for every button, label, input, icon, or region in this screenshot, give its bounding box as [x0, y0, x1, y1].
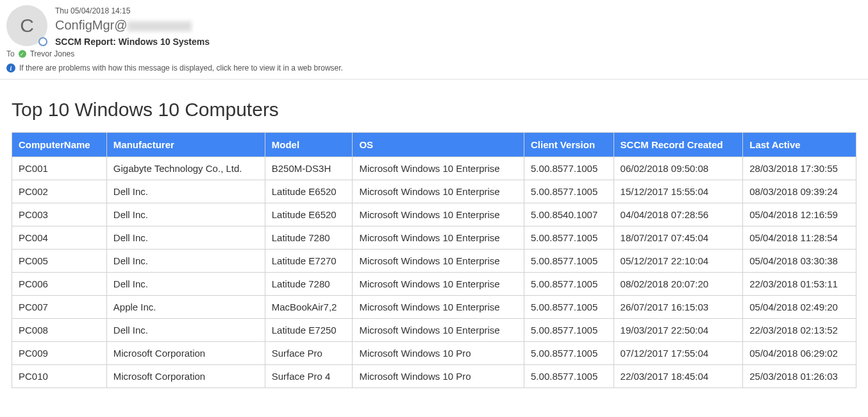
col-model: Model: [265, 133, 353, 157]
table-cell: 5.00.8577.1005: [524, 180, 614, 203]
table-cell: 5.00.8577.1005: [524, 226, 614, 250]
table-row: PC003Dell Inc.Latitude E6520Microsoft Wi…: [12, 203, 856, 226]
table-cell: 5.00.8577.1005: [524, 319, 614, 342]
col-recordcreated: SCCM Record Created: [613, 133, 743, 157]
table-cell: Latitude E7270: [265, 250, 353, 273]
table-cell: Apple Inc.: [106, 296, 265, 319]
table-row: PC001Gigabyte Technology Co., Ltd.B250M-…: [12, 157, 856, 180]
table-cell: 5.00.8577.1005: [524, 273, 614, 296]
table-cell: Gigabyte Technology Co., Ltd.: [106, 157, 265, 180]
table-cell: 5.00.8577.1005: [524, 296, 614, 319]
table-cell: 5.00.8540.1007: [524, 203, 614, 226]
table-cell: Dell Inc.: [106, 250, 265, 273]
table-cell: Microsoft Windows 10 Enterprise: [353, 273, 524, 296]
email-to-label: To: [6, 49, 15, 58]
table-cell: Microsoft Windows 10 Enterprise: [353, 250, 524, 273]
table-cell: 22/03/2018 01:53:11: [743, 273, 856, 296]
table-cell: Microsoft Windows 10 Enterprise: [353, 157, 524, 180]
table-cell: Microsoft Corporation: [106, 342, 265, 365]
table-cell: 22/03/2017 18:45:04: [613, 365, 743, 388]
table-header-row: ComputerName Manufacturer Model OS Clien…: [12, 133, 856, 157]
email-to-name: Trevor Jones: [30, 49, 75, 58]
table-cell: B250M-DS3H: [265, 157, 353, 180]
table-cell: Microsoft Windows 10 Enterprise: [353, 296, 524, 319]
email-from: ConfigMgr@: [55, 18, 862, 33]
table-cell: 07/12/2017 17:55:04: [613, 342, 743, 365]
table-cell: PC010: [12, 365, 107, 388]
table-cell: Microsoft Windows 10 Enterprise: [353, 226, 524, 250]
table-cell: 5.00.8577.1005: [524, 250, 614, 273]
table-cell: 05/04/2018 02:49:20: [743, 296, 856, 319]
table-cell: 22/03/2018 02:13:52: [743, 319, 856, 342]
table-cell: 19/03/2017 22:50:04: [613, 319, 743, 342]
table-cell: Latitude 7280: [265, 226, 353, 250]
table-cell: Dell Inc.: [106, 203, 265, 226]
table-cell: PC006: [12, 273, 107, 296]
presence-indicator-icon: [38, 37, 47, 46]
avatar: C: [6, 5, 47, 46]
col-clientversion: Client Version: [524, 133, 614, 157]
table-row: PC008Dell Inc.Latitude E7250Microsoft Wi…: [12, 319, 856, 342]
table-cell: PC002: [12, 180, 107, 203]
col-manufacturer: Manufacturer: [106, 133, 265, 157]
table-cell: 18/07/2017 07:45:04: [613, 226, 743, 250]
table-cell: 08/03/2018 09:39:24: [743, 180, 856, 203]
table-cell: 05/04/2018 12:16:59: [743, 203, 856, 226]
email-date: Thu 05/04/2018 14:15: [55, 6, 862, 15]
table-cell: Latitude 7280: [265, 273, 353, 296]
col-os: OS: [353, 133, 524, 157]
table-cell: 04/04/2018 07:28:56: [613, 203, 743, 226]
table-cell: PC005: [12, 250, 107, 273]
table-cell: Surface Pro: [265, 342, 353, 365]
col-computername: ComputerName: [12, 133, 107, 157]
table-cell: Microsoft Corporation: [106, 365, 265, 388]
email-body: Top 10 Windows 10 Computers ComputerName…: [0, 80, 868, 401]
table-cell: Dell Inc.: [106, 226, 265, 250]
table-cell: Dell Inc.: [106, 180, 265, 203]
table-cell: 28/03/2018 17:30:55: [743, 157, 856, 180]
table-cell: 05/12/2017 22:10:04: [613, 250, 743, 273]
table-row: PC006Dell Inc.Latitude 7280Microsoft Win…: [12, 273, 856, 296]
email-header: C Thu 05/04/2018 14:15 ConfigMgr@ SCCM R…: [0, 0, 868, 47]
table-cell: 05/04/2018 03:30:38: [743, 250, 856, 273]
table-cell: PC008: [12, 319, 107, 342]
table-cell: 05/04/2018 11:28:54: [743, 226, 856, 250]
table-cell: 25/03/2018 01:26:03: [743, 365, 856, 388]
table-cell: 26/07/2017 16:15:03: [613, 296, 743, 319]
table-cell: 5.00.8577.1005: [524, 365, 614, 388]
table-cell: 5.00.8577.1005: [524, 157, 614, 180]
table-cell: Dell Inc.: [106, 273, 265, 296]
email-from-prefix: ConfigMgr@: [55, 18, 128, 32]
table-cell: 15/12/2017 15:55:04: [613, 180, 743, 203]
table-cell: Microsoft Windows 10 Enterprise: [353, 203, 524, 226]
table-cell: Dell Inc.: [106, 319, 265, 342]
table-cell: Latitude E6520: [265, 203, 353, 226]
table-cell: PC007: [12, 296, 107, 319]
table-cell: PC003: [12, 203, 107, 226]
table-row: PC004Dell Inc.Latitude 7280Microsoft Win…: [12, 226, 856, 250]
info-icon: i: [6, 64, 15, 72]
table-cell: Surface Pro 4: [265, 365, 353, 388]
email-to-row: To ✓ Trevor Jones: [0, 47, 868, 61]
col-lastactive: Last Active: [743, 133, 856, 157]
table-cell: Latitude E6520: [265, 180, 353, 203]
table-row: PC009Microsoft CorporationSurface ProMic…: [12, 342, 856, 365]
table-row: PC005Dell Inc.Latitude E7270Microsoft Wi…: [12, 250, 856, 273]
table-cell: 08/02/2018 20:07:20: [613, 273, 743, 296]
info-text: If there are problems with how this mess…: [19, 64, 343, 72]
info-row[interactable]: i If there are problems with how this me…: [0, 61, 868, 80]
table-cell: Microsoft Windows 10 Enterprise: [353, 180, 524, 203]
table-cell: 06/02/2018 09:50:08: [613, 157, 743, 180]
email-subject: SCCM Report: Windows 10 Systems: [55, 37, 862, 47]
table-cell: Microsoft Windows 10 Pro: [353, 342, 524, 365]
email-meta: Thu 05/04/2018 14:15 ConfigMgr@ SCCM Rep…: [55, 5, 862, 47]
table-row: PC010Microsoft CorporationSurface Pro 4M…: [12, 365, 856, 388]
table-cell: Microsoft Windows 10 Enterprise: [353, 319, 524, 342]
table-cell: Microsoft Windows 10 Pro: [353, 365, 524, 388]
check-icon: ✓: [19, 50, 26, 58]
report-table: ComputerName Manufacturer Model OS Clien…: [12, 132, 856, 388]
table-cell: Latitude E7250: [265, 319, 353, 342]
table-cell: MacBookAir7,2: [265, 296, 353, 319]
report-title: Top 10 Windows 10 Computers: [12, 99, 856, 121]
table-cell: 5.00.8577.1005: [524, 342, 614, 365]
